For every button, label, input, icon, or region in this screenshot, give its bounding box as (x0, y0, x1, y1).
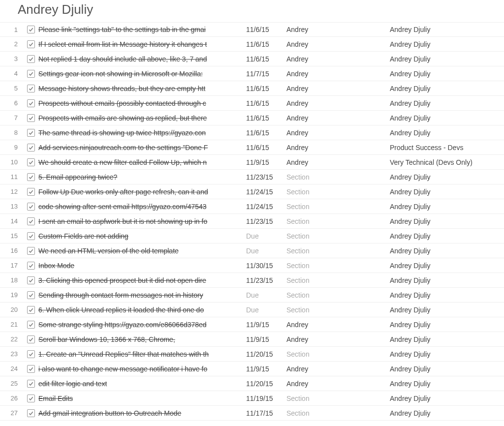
task-owner[interactable]: Section (286, 409, 390, 417)
task-owner[interactable]: Section (286, 247, 390, 255)
task-owner[interactable]: Andrey (286, 114, 390, 122)
task-title[interactable]: Sending through contact form messages no… (38, 291, 246, 299)
task-checkbox[interactable] (27, 55, 35, 63)
task-owner[interactable]: Andrey (286, 380, 390, 388)
task-owner[interactable]: Andrey (286, 55, 390, 63)
task-date[interactable]: 11/9/15 (246, 365, 286, 373)
task-owner[interactable]: Andrey (286, 99, 390, 107)
task-assignee[interactable]: Product Success - Devs (390, 144, 504, 152)
task-date[interactable]: Due (246, 291, 286, 299)
task-assignee[interactable]: Andrey Djuliy (390, 114, 504, 122)
table-row[interactable]: 24i also want to change new message noti… (0, 362, 504, 376)
task-date[interactable]: 11/6/15 (246, 55, 286, 63)
task-checkbox[interactable] (27, 321, 35, 329)
task-title[interactable]: We need an HTML version of the old templ… (38, 247, 246, 255)
task-date[interactable]: 11/24/15 (246, 203, 286, 211)
task-checkbox[interactable] (27, 217, 35, 225)
task-title[interactable]: i also want to change new message notifi… (38, 365, 246, 373)
task-checkbox[interactable] (27, 291, 35, 299)
task-checkbox[interactable] (27, 188, 35, 196)
task-checkbox[interactable] (27, 247, 35, 255)
task-title[interactable]: Prospects without emails (possibly conta… (38, 99, 246, 107)
task-date[interactable]: 11/6/15 (246, 129, 286, 137)
task-owner[interactable]: Andrey (286, 321, 390, 329)
task-title[interactable]: 3. Clicking this opened prospect but it … (38, 276, 246, 284)
table-row[interactable]: 2If I select email from list in Message … (0, 37, 504, 52)
task-checkbox[interactable] (27, 99, 35, 107)
table-row[interactable]: 231. Create an "Unread Replies" filter t… (0, 347, 504, 362)
task-assignee[interactable]: Andrey Djuliy (390, 350, 504, 358)
task-date[interactable]: 11/9/15 (246, 158, 286, 166)
table-row[interactable]: 9Add services.ninjaoutreach.com to the s… (0, 140, 504, 155)
task-assignee[interactable]: Andrey Djuliy (390, 395, 504, 402)
task-title[interactable]: Prospects with emails are showing as rep… (38, 114, 246, 122)
task-checkbox[interactable] (27, 350, 35, 358)
task-assignee[interactable]: Andrey Djuliy (390, 99, 504, 107)
task-owner[interactable]: Section (286, 276, 390, 284)
task-assignee[interactable]: Andrey Djuliy (390, 247, 504, 255)
task-date[interactable]: 11/6/15 (246, 99, 286, 107)
task-owner[interactable]: Section (286, 188, 390, 196)
task-assignee[interactable]: Andrey Djuliy (390, 409, 504, 417)
task-owner[interactable]: Section (286, 291, 390, 299)
table-row[interactable]: 15Custom Fields are not addingDueSection… (0, 229, 504, 243)
task-date[interactable]: 11/19/15 (246, 395, 286, 402)
table-row[interactable]: 183. Clicking this opened prospect but i… (0, 273, 504, 288)
task-date[interactable]: 11/6/15 (246, 85, 286, 92)
task-date[interactable]: 11/6/15 (246, 26, 286, 33)
task-date[interactable]: 11/17/15 (246, 409, 286, 417)
task-checkbox[interactable] (27, 40, 35, 48)
task-checkbox[interactable] (27, 26, 35, 33)
task-date[interactable]: Due (246, 247, 286, 255)
task-owner[interactable]: Andrey (286, 365, 390, 373)
task-checkbox[interactable] (27, 409, 35, 417)
table-row[interactable]: 25edit filter logic and text11/20/15Andr… (0, 376, 504, 391)
task-owner[interactable]: Andrey (286, 85, 390, 92)
table-row[interactable]: 7Prospects with emails are showing as re… (0, 111, 504, 125)
task-assignee[interactable]: Andrey Djuliy (390, 26, 504, 33)
task-assignee[interactable]: Andrey Djuliy (390, 173, 504, 181)
task-owner[interactable]: Section (286, 350, 390, 358)
task-owner[interactable]: Section (286, 203, 390, 211)
task-owner[interactable]: Section (286, 232, 390, 240)
table-row[interactable]: 206. When click Unread replies it loaded… (0, 303, 504, 317)
table-row[interactable]: 27Add gmail integration button to Outrea… (0, 406, 504, 421)
task-title[interactable]: If I select email from list in Message h… (38, 40, 246, 48)
task-checkbox[interactable] (27, 203, 35, 211)
task-assignee[interactable]: Andrey Djuliy (390, 129, 504, 137)
task-date[interactable]: 11/6/15 (246, 144, 286, 152)
table-row[interactable]: 26Email Edits11/19/15SectionAndrey Djuli… (0, 391, 504, 406)
task-assignee[interactable]: Andrey Djuliy (390, 306, 504, 314)
task-checkbox[interactable] (27, 306, 35, 314)
task-assignee[interactable]: Andrey Djuliy (390, 40, 504, 48)
task-owner[interactable]: Andrey (286, 129, 390, 137)
table-row[interactable]: 13code showing after sent email https://… (0, 199, 504, 214)
table-row[interactable]: 14I sent an email to aspfwork but it is … (0, 214, 504, 229)
task-title[interactable]: Please link "settings tab" to the settin… (38, 26, 246, 33)
task-checkbox[interactable] (27, 276, 35, 284)
task-checkbox[interactable] (27, 129, 35, 137)
task-assignee[interactable]: Andrey Djuliy (390, 365, 504, 373)
task-date[interactable]: 11/6/15 (246, 114, 286, 122)
task-checkbox[interactable] (27, 158, 35, 166)
table-row[interactable]: 21Some strange styling https://gyazo.com… (0, 317, 504, 332)
task-owner[interactable]: Andrey (286, 26, 390, 33)
task-checkbox[interactable] (27, 365, 35, 373)
task-date[interactable]: 11/24/15 (246, 188, 286, 196)
table-row[interactable]: 6Prospects without emails (possibly cont… (0, 96, 504, 111)
task-checkbox[interactable] (27, 173, 35, 181)
task-owner[interactable]: Section (286, 306, 390, 314)
table-row[interactable]: 16We need an HTML version of the old tem… (0, 243, 504, 258)
task-date[interactable]: 11/20/15 (246, 380, 286, 388)
task-assignee[interactable]: Andrey Djuliy (390, 217, 504, 225)
task-title[interactable]: We should create a new filter called Fol… (38, 158, 246, 166)
task-title[interactable]: 6. When click Unread replies it loaded t… (38, 306, 246, 314)
task-title[interactable]: The same thread is showing up twice http… (38, 129, 246, 137)
task-title[interactable]: Not replied 1 day should include all abo… (38, 55, 246, 63)
task-assignee[interactable]: Andrey Djuliy (390, 321, 504, 329)
task-title[interactable]: Some strange styling https://gyazo.com/e… (38, 321, 246, 329)
task-date[interactable]: 11/9/15 (246, 335, 286, 343)
task-date[interactable]: 11/23/15 (246, 217, 286, 225)
task-checkbox[interactable] (27, 262, 35, 270)
task-title[interactable]: edit filter logic and text (38, 380, 246, 388)
